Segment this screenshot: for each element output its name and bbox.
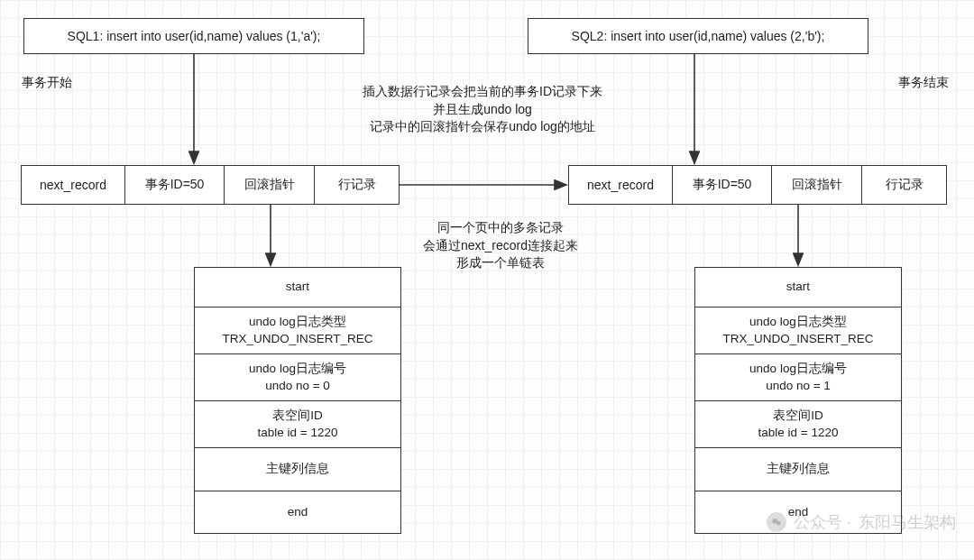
undo2-type: undo log日志类型 TRX_UNDO_INSERT_REC [694, 307, 902, 353]
tx-end-label: 事务结束 [898, 74, 949, 92]
row2-cell-rollptr: 回滚指针 [771, 165, 861, 205]
row2-cell-txid: 事务ID=50 [672, 165, 771, 205]
sql1-text: SQL1: insert into user(id,name) values (… [68, 29, 321, 43]
undo-log-right: start undo log日志类型 TRX_UNDO_INSERT_REC u… [694, 267, 902, 534]
row1-cell-next: next_record [21, 165, 124, 205]
undo1-no: undo log日志编号 undo no = 0 [194, 353, 401, 400]
note-mid: 同一个页中的多条记录 会通过next_record连接起来 形成一个单链表 [397, 219, 604, 272]
svg-point-6 [776, 521, 781, 526]
sql2-text: SQL2: insert into user(id,name) values (… [572, 29, 825, 43]
watermark-name: 东阳马生架构 [859, 511, 956, 533]
row2-cell-record: 行记录 [861, 165, 947, 205]
undo1-type: undo log日志类型 TRX_UNDO_INSERT_REC [194, 307, 401, 353]
undo2-pk: 主键列信息 [694, 447, 902, 491]
undo2-start: start [694, 267, 902, 307]
tx-start-label: 事务开始 [22, 74, 72, 92]
watermark: 公众号 · 东阳马生架构 [767, 511, 956, 533]
undo2-tableid: 表空间ID table id = 1220 [694, 400, 902, 447]
row1-cell-record: 行记录 [314, 165, 400, 205]
undo1-start: start [194, 267, 401, 307]
sql1-box: SQL1: insert into user(id,name) values (… [23, 18, 364, 54]
row1-cell-rollptr: 回滚指针 [224, 165, 314, 205]
undo-log-left: start undo log日志类型 TRX_UNDO_INSERT_REC u… [194, 267, 401, 534]
row2-cell-next: next_record [568, 165, 672, 205]
undo1-pk: 主键列信息 [194, 447, 401, 491]
watermark-prefix: 公众号 · [794, 511, 851, 533]
row-record-left: next_record 事务ID=50 回滚指针 行记录 [21, 165, 400, 205]
row1-cell-txid: 事务ID=50 [124, 165, 224, 205]
undo1-tableid: 表空间ID table id = 1220 [194, 400, 401, 447]
row-record-right: next_record 事务ID=50 回滚指针 行记录 [568, 165, 947, 205]
wechat-icon [767, 512, 786, 532]
undo2-no: undo log日志编号 undo no = 1 [694, 353, 902, 400]
sql2-box: SQL2: insert into user(id,name) values (… [528, 18, 868, 54]
note-top: 插入数据行记录会把当前的事务ID记录下来 并且生成undo log 记录中的回滚… [338, 83, 627, 136]
undo1-end: end [194, 491, 401, 534]
